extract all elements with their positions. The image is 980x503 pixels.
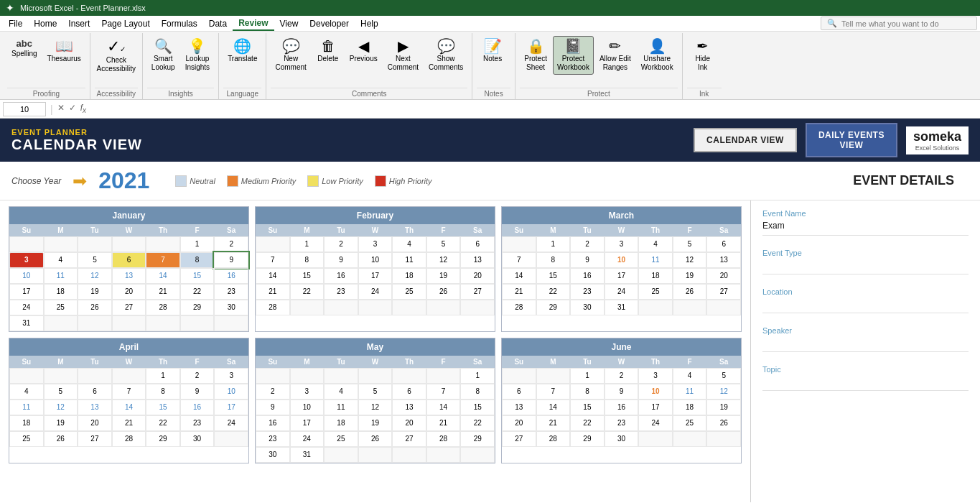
cal-day[interactable]: 20 (502, 415, 536, 431)
cal-day[interactable]: 2 (570, 236, 605, 252)
cal-day[interactable]: 27 (78, 431, 112, 447)
hide-ink-button[interactable]: ✒ HideInk (687, 36, 719, 75)
cal-day[interactable]: 3 (605, 236, 639, 252)
cal-day[interactable]: 21 (502, 284, 536, 300)
cal-day[interactable]: 12 (78, 268, 112, 284)
cal-day[interactable]: 27 (392, 431, 426, 447)
cal-day[interactable]: 3 (290, 384, 325, 400)
cal-day[interactable]: 21 (426, 415, 461, 431)
cal-day[interactable]: 31 (9, 315, 44, 331)
cal-day[interactable]: 29 (570, 431, 605, 447)
cal-day[interactable]: 5 (706, 368, 741, 384)
cal-day[interactable]: 1 (536, 236, 571, 252)
cal-day[interactable]: 2 (324, 236, 358, 252)
previous-button[interactable]: ◀ Previous (345, 36, 382, 66)
cal-day[interactable]: 8 (146, 384, 180, 400)
lookup-insights-button[interactable]: 💡 LookupInsights (181, 36, 214, 75)
menu-review[interactable]: Review (233, 17, 274, 31)
cal-day[interactable]: 9 (570, 252, 605, 268)
cal-day[interactable]: 16 (324, 268, 358, 284)
protect-sheet-button[interactable]: 🔒 ProtectSheet (520, 36, 551, 75)
cal-day[interactable]: 10 (9, 268, 44, 284)
smart-lookup-button[interactable]: 🔍 SmartLookup (147, 36, 179, 75)
cal-day[interactable]: 30 (570, 300, 605, 315)
cal-day[interactable]: 15 (570, 400, 605, 415)
cal-day[interactable]: 15 (290, 268, 325, 284)
cal-day[interactable]: 14 (426, 400, 461, 415)
cal-day[interactable]: 21 (146, 284, 180, 300)
cal-day[interactable]: 30 (256, 447, 290, 463)
cal-day[interactable]: 13 (112, 268, 146, 284)
cal-day[interactable]: 1 (570, 368, 605, 384)
cal-day[interactable]: 6 (502, 384, 536, 400)
translate-button[interactable]: 🌐 Translate (223, 36, 261, 66)
cal-day[interactable]: 24 (605, 284, 639, 300)
cal-day[interactable]: 22 (460, 415, 495, 431)
cal-day[interactable]: 11 (673, 384, 707, 400)
cal-day[interactable]: 4 (673, 368, 707, 384)
cal-day[interactable]: 28 (426, 431, 461, 447)
cal-day[interactable]: 5 (44, 384, 78, 400)
cal-day[interactable]: 19 (706, 400, 741, 415)
protect-workbook-button[interactable]: 📓 ProtectWorkbook (553, 36, 594, 75)
cal-day[interactable]: 19 (44, 415, 78, 431)
cal-day[interactable]: 18 (9, 415, 44, 431)
cal-day[interactable]: 26 (44, 431, 78, 447)
cal-day[interactable]: 4 (44, 252, 78, 268)
menu-page-layout[interactable]: Page Layout (95, 17, 155, 30)
cal-day[interactable]: 12 (673, 252, 707, 268)
cal-day[interactable]: 14 (146, 268, 180, 284)
cal-day[interactable]: 9 (214, 252, 248, 268)
cal-day[interactable]: 15 (536, 268, 571, 284)
delete-button[interactable]: 🗑 Delete (312, 36, 344, 66)
cal-day[interactable]: 26 (358, 431, 393, 447)
menu-file[interactable]: File (3, 17, 28, 30)
cal-day[interactable]: 28 (146, 300, 180, 315)
cal-day[interactable]: 11 (392, 252, 426, 268)
cal-day[interactable]: 4 (638, 236, 673, 252)
cal-day[interactable]: 24 (358, 284, 393, 300)
cal-day[interactable]: 14 (112, 400, 146, 415)
cal-day[interactable]: 10 (214, 384, 248, 400)
cal-day[interactable]: 13 (706, 252, 741, 268)
cal-day[interactable]: 9 (256, 400, 290, 415)
cal-day[interactable]: 8 (570, 384, 605, 400)
cal-day[interactable]: 1 (146, 368, 180, 384)
thesaurus-button[interactable]: 📖 Thesaurus (43, 36, 85, 66)
detail-value[interactable] (762, 260, 969, 274)
cal-day[interactable]: 25 (9, 431, 44, 447)
cal-day[interactable]: 22 (146, 415, 180, 431)
menu-data[interactable]: Data (203, 17, 233, 30)
cal-day[interactable]: 29 (180, 300, 215, 315)
cal-day[interactable]: 6 (706, 236, 741, 252)
cal-day[interactable]: 21 (112, 415, 146, 431)
cal-day[interactable]: 8 (290, 252, 325, 268)
cal-day[interactable]: 13 (78, 400, 112, 415)
allow-edit-ranges-button[interactable]: ✏ Allow EditRanges (595, 36, 635, 75)
cal-day[interactable]: 30 (214, 300, 248, 315)
detail-value[interactable]: Exam (762, 221, 969, 236)
cal-day[interactable]: 17 (9, 284, 44, 300)
detail-value[interactable] (762, 299, 969, 313)
cal-day[interactable]: 28 (256, 300, 290, 315)
cal-day[interactable]: 3 (9, 252, 44, 268)
cal-day[interactable]: 25 (673, 415, 707, 431)
detail-value[interactable] (762, 338, 969, 352)
cal-day[interactable]: 23 (570, 284, 605, 300)
cal-day[interactable]: 26 (426, 284, 461, 300)
cal-day[interactable]: 7 (536, 384, 571, 400)
cal-day[interactable]: 8 (536, 252, 571, 268)
menu-developer[interactable]: Developer (304, 17, 355, 30)
cal-day[interactable]: 18 (673, 400, 707, 415)
menu-help[interactable]: Help (355, 17, 384, 30)
cal-day[interactable]: 28 (502, 300, 536, 315)
cal-day[interactable]: 5 (78, 252, 112, 268)
cal-day[interactable]: 12 (44, 400, 78, 415)
cal-day[interactable]: 1 (290, 236, 325, 252)
cal-day[interactable]: 22 (536, 284, 571, 300)
cal-day[interactable]: 7 (146, 252, 180, 268)
cal-day[interactable]: 15 (180, 268, 215, 284)
cal-day[interactable]: 29 (460, 431, 495, 447)
check-accessibility-button[interactable]: ✓✓ CheckAccessibility (95, 36, 138, 76)
cal-day[interactable]: 29 (536, 300, 571, 315)
